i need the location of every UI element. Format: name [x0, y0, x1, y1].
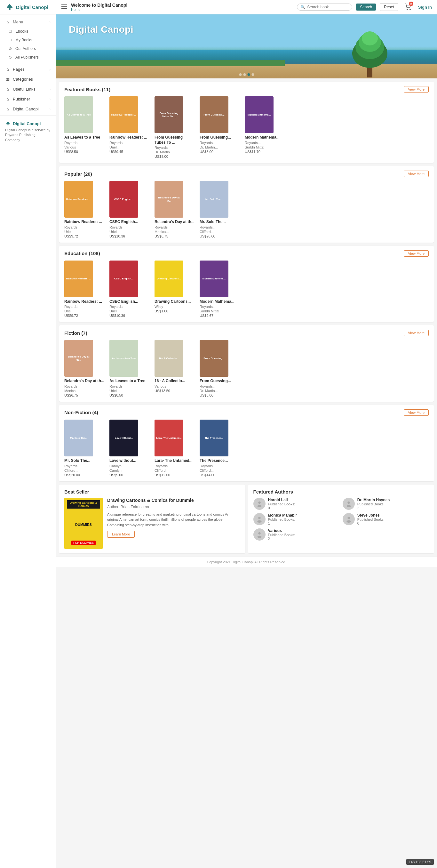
list-item[interactable]: Love without... Love without... Carolyn.…: [110, 420, 149, 477]
sidebar-item-pages[interactable]: ⌂ Pages ›: [0, 64, 56, 74]
search-input[interactable]: [307, 5, 349, 9]
sidebar-item-publisher[interactable]: ⌂ Publisher ›: [0, 94, 56, 104]
book-cover: Mr. Solo The...: [199, 181, 228, 218]
sidebar-item-menu[interactable]: ⌂ Menu ›: [0, 17, 56, 27]
list-item[interactable]: Lara- The Untamed... Lara- The Untamed..…: [155, 420, 194, 477]
author-published: Published Books:1: [268, 518, 297, 525]
bestseller-cover[interactable]: Drawing Cartoons & Comics DUMMIES FOR DU…: [64, 498, 103, 549]
digital-canopi-chevron: ›: [49, 107, 51, 111]
sidebar-brand-name: Digital Canopi: [5, 121, 51, 126]
sidebar-item-categories[interactable]: ▦ Categories: [0, 74, 56, 84]
book-author: Royards...: [110, 384, 149, 388]
list-item[interactable]: Drawing Cartoons... Drawing Cartoons... …: [155, 260, 194, 318]
book-price: US$12.00: [155, 473, 194, 477]
breadcrumb[interactable]: Home: [71, 8, 293, 11]
book-cover: CSEC English...: [110, 181, 138, 218]
book-sub-author: Uriel...: [64, 230, 104, 234]
mybooks-icon: □: [8, 37, 13, 42]
book-cover: As Leaves to a Tree: [64, 96, 93, 133]
featured-books-view-more[interactable]: View More: [404, 86, 429, 93]
author-card[interactable]: Harold Lall Published Books:0: [253, 498, 339, 510]
hero-dot-1[interactable]: [239, 73, 242, 76]
list-item[interactable]: Mr. Solo The... Mr. Solo The... Royards.…: [199, 181, 240, 238]
avatar-icon: [256, 500, 263, 507]
author-name: Harold Lall: [268, 498, 295, 502]
cart-icon[interactable]: 0: [405, 3, 412, 11]
list-item[interactable]: From Guessing... From Guessing... Royard…: [199, 96, 240, 158]
signin-button[interactable]: Sign In: [418, 5, 432, 9]
header-title-area: Welcome to Digital Canopi Home: [71, 3, 293, 11]
book-cover: Belandra's Day at th...: [64, 340, 93, 377]
book-author: Royards...: [199, 305, 240, 309]
author-card[interactable]: Steve Jones Published Books:0: [343, 513, 429, 525]
hero-dot-2[interactable]: [243, 73, 246, 76]
sidebar-item-digital-canopi[interactable]: ⌂ Digital Canopi ›: [0, 104, 56, 114]
author-info: Steve Jones Published Books:0: [357, 513, 384, 525]
author-card[interactable]: Monica Mahabir Published Books:1: [253, 513, 339, 525]
learn-more-button[interactable]: Learn More: [107, 531, 135, 538]
author-published: Published Books:2: [357, 502, 389, 510]
list-item[interactable]: The Presence... The Presence... Royards.…: [199, 420, 240, 477]
sidebar-item-our-authors[interactable]: ☺ Our Authors: [0, 44, 56, 53]
hero-dot-4[interactable]: [251, 73, 254, 76]
publisher-chevron: ›: [49, 97, 51, 101]
book-sub-author: Surbhi Mittal: [245, 145, 285, 149]
sidebar-item-ebooks[interactable]: □ Ebooks: [0, 27, 56, 35]
book-sub-author: Various: [64, 145, 104, 149]
bestseller-desc: A unique reference for creating and mark…: [107, 512, 240, 528]
body-wrapper: ⌂ Menu › □ Ebooks □ My Books ☺ Our Autho…: [0, 14, 437, 868]
list-item[interactable]: As Leaves to a Tree As Leaves to a Tree …: [110, 340, 149, 397]
book-sub-author: Dr. Martin...: [199, 145, 240, 149]
list-item[interactable]: Rainbow Readers: ... Rainbow Readers: ..…: [64, 260, 104, 318]
book-price: US$10.36: [110, 314, 149, 317]
reset-button[interactable]: Reset: [380, 3, 398, 11]
book-title: From Guessing...: [199, 379, 240, 384]
hamburger-icon[interactable]: [61, 4, 67, 10]
search-box: 🔍: [297, 3, 352, 10]
book-sub-author: Clifford...: [155, 469, 194, 472]
book-title: Lara- The Untamed...: [155, 458, 194, 463]
list-item[interactable]: From Guessing... From Guessing... Royard…: [199, 340, 240, 397]
education-books-header: Education (108) View More: [64, 250, 429, 257]
logo[interactable]: Digital Canopi: [5, 3, 56, 11]
list-item[interactable]: Belandra's Day at th... Belandra's Day a…: [64, 340, 104, 397]
bestseller-section: Best Seller Drawing Cartoons & Comics DU…: [59, 485, 245, 553]
book-cover: Modern Mathema...: [199, 260, 228, 297]
fiction-books-view-more[interactable]: View More: [404, 330, 429, 336]
avatar-icon: [256, 516, 263, 523]
list-item[interactable]: Mr. Solo The... Mr. Solo The... Royards.…: [64, 420, 104, 477]
education-books-view-more[interactable]: View More: [404, 250, 429, 257]
author-card[interactable]: Dr. Martin Haynes Published Books:2: [343, 498, 429, 510]
list-item[interactable]: 16 - A Collectio... 16 - A Collectio... …: [155, 340, 194, 397]
book-author: Royards...: [155, 464, 194, 468]
list-item[interactable]: From Guessing Tubes To ... From Guessing…: [155, 96, 194, 158]
list-item[interactable]: Rainbow Readers: ... Rainbow Readers: ..…: [64, 181, 104, 238]
nonfiction-books-view-more[interactable]: View More: [404, 409, 429, 416]
book-cover: Belandra's Day at th...: [155, 181, 183, 218]
search-button[interactable]: Search: [356, 3, 376, 10]
list-item[interactable]: As Leaves to a Tree As Leaves to a Tree …: [64, 96, 104, 158]
sidebar-item-useful-links[interactable]: ⌂ Useful Links ›: [0, 84, 56, 94]
list-item[interactable]: Rainbow Readers: ... Rainbow Readers: ..…: [110, 96, 149, 158]
author-card[interactable]: Various Published Books:2: [253, 528, 339, 540]
book-title: Love without...: [110, 458, 149, 463]
book-sub-author: Uriel...: [110, 389, 149, 393]
sidebar-item-mybooks[interactable]: □ My Books: [0, 35, 56, 44]
hero-dot-3[interactable]: [247, 73, 250, 76]
book-price: US$6.75: [155, 234, 194, 238]
search-icon: 🔍: [301, 5, 305, 9]
popular-books-view-more[interactable]: View More: [404, 170, 429, 177]
header-title: Welcome to Digital Canopi: [71, 3, 293, 8]
list-item[interactable]: CSEC English... CSEC English... Royards.…: [110, 181, 149, 238]
svg-point-14: [258, 501, 260, 503]
book-price: US$9.72: [64, 234, 104, 238]
list-item[interactable]: CSEC English... CSEC English... Royards.…: [110, 260, 149, 318]
sidebar-item-all-publishers[interactable]: ☺ All Publishers: [0, 53, 56, 61]
book-title: Drawing Cartoons...: [155, 299, 194, 304]
list-item[interactable]: Belandra's Day at th... Belandra's Day a…: [155, 181, 194, 238]
list-item[interactable]: Modern Mathema... Modern Mathema... Roya…: [245, 96, 285, 158]
list-item[interactable]: Modern Mathema... Modern Mathema... Roya…: [199, 260, 240, 318]
book-author: Wiley: [155, 305, 194, 309]
book-cover: Mr. Solo The...: [64, 420, 93, 456]
sidebar-brand-desc: Digital Canopi is a service by Royards P…: [5, 128, 51, 143]
